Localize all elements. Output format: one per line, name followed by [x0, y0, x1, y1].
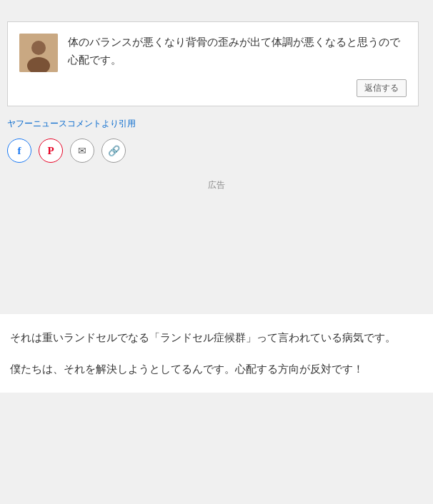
avatar: [19, 34, 58, 72]
reply-button-area: 返信する: [19, 79, 407, 97]
facebook-share-button[interactable]: f: [7, 138, 31, 163]
article-paragraph-1: それは重いランドセルでなる「ランドセル症候群」って言われている病気です。: [10, 328, 423, 347]
mail-icon: ✉: [78, 145, 86, 156]
ad-label: 広告: [208, 180, 225, 190]
pinterest-share-button[interactable]: P: [39, 138, 63, 163]
page-wrapper: 体のバランスが悪くなり背骨の歪みが出て体調が悪くなると思うので心配です。 返信す…: [0, 0, 433, 393]
facebook-icon: f: [18, 145, 21, 157]
comment-text: 体のバランスが悪くなり背骨の歪みが出て体調が悪くなると思うので心配です。: [68, 34, 407, 69]
comment-card: 体のバランスが悪くなり背骨の歪みが出て体調が悪くなると思うので心配です。 返信す…: [7, 21, 419, 106]
reply-button[interactable]: 返信する: [357, 79, 407, 97]
source-label: ヤフーニュースコメントより引用: [0, 114, 433, 133]
social-icons-row: f P ✉ 🔗: [0, 133, 433, 171]
comment-inner: 体のバランスが悪くなり背骨の歪みが出て体調が悪くなると思うので心配です。: [19, 34, 407, 72]
article-body: それは重いランドセルでなる「ランドセル症候群」って言われている病気です。 僕たち…: [0, 314, 433, 393]
svg-point-1: [31, 41, 46, 55]
mail-share-button[interactable]: ✉: [70, 138, 94, 163]
link-icon: 🔗: [108, 145, 120, 156]
ad-section: 広告: [0, 171, 433, 314]
copy-link-button[interactable]: 🔗: [101, 138, 126, 163]
pinterest-icon: P: [47, 145, 54, 157]
article-paragraph-2: 僕たちは、それを解決しようとしてるんです。心配する方向が反対です！: [10, 360, 423, 378]
